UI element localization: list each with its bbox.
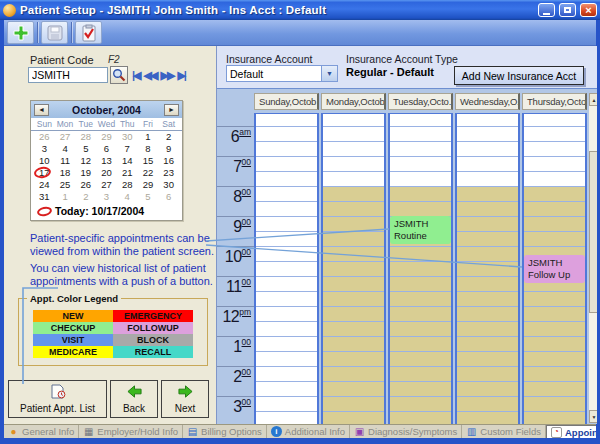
schedule-cell[interactable] bbox=[256, 114, 317, 127]
schedule-cell[interactable] bbox=[457, 337, 518, 352]
schedule-cell[interactable] bbox=[323, 367, 384, 382]
calendar-day[interactable]: 6 bbox=[96, 143, 117, 155]
schedule-cell[interactable] bbox=[457, 172, 518, 187]
calendar-day[interactable]: 31 bbox=[34, 191, 55, 203]
schedule-cell[interactable] bbox=[323, 352, 384, 367]
schedule-cell[interactable] bbox=[524, 367, 585, 382]
tab-custom-fields[interactable]: ▥Custom Fields bbox=[462, 425, 546, 438]
schedule-cell[interactable] bbox=[457, 217, 518, 232]
calendar-day[interactable]: 6 bbox=[158, 191, 179, 203]
calendar-day[interactable]: 8 bbox=[138, 143, 159, 155]
tab-additional-info[interactable]: iAdditional Info bbox=[267, 425, 350, 438]
dropdown-arrow-icon[interactable]: ▼ bbox=[321, 66, 337, 81]
schedule-cell[interactable] bbox=[323, 397, 384, 412]
schedule-cell[interactable] bbox=[323, 157, 384, 172]
schedule-cell[interactable] bbox=[390, 292, 451, 307]
schedule-cell[interactable] bbox=[524, 202, 585, 217]
calendar-day[interactable]: 14 bbox=[117, 155, 138, 167]
tab-appointments[interactable]: ◔Appointments bbox=[546, 425, 596, 438]
schedule-cell[interactable] bbox=[524, 292, 585, 307]
tab-general-info[interactable]: ●General Info bbox=[4, 425, 79, 438]
schedule-cell[interactable] bbox=[256, 202, 317, 217]
schedule-cell[interactable] bbox=[524, 217, 585, 232]
schedule-cell[interactable] bbox=[524, 127, 585, 142]
schedule-cell[interactable] bbox=[256, 232, 317, 247]
calendar-day[interactable]: 27 bbox=[96, 179, 117, 191]
schedule-cell[interactable] bbox=[390, 127, 451, 142]
calendar-day[interactable]: 23 bbox=[158, 167, 179, 179]
schedule-cell[interactable] bbox=[457, 397, 518, 412]
calendar-day[interactable]: 3 bbox=[96, 191, 117, 203]
schedule-cell[interactable] bbox=[390, 367, 451, 382]
schedule-cell[interactable] bbox=[457, 202, 518, 217]
insurance-account-select[interactable]: Default ▼ bbox=[226, 65, 338, 82]
schedule-cell[interactable] bbox=[323, 127, 384, 142]
schedule-cell[interactable] bbox=[524, 397, 585, 412]
back-button[interactable]: Back bbox=[110, 380, 158, 418]
calendar-day[interactable]: 4 bbox=[55, 143, 76, 155]
schedule-cell[interactable] bbox=[390, 307, 451, 322]
calendar-day[interactable]: 20 bbox=[96, 167, 117, 179]
nav-next-icon[interactable]: ▶▶ bbox=[160, 70, 173, 81]
schedule-scrollbar[interactable]: ▲ ▼ bbox=[589, 93, 597, 423]
calendar-day[interactable]: 5 bbox=[138, 191, 159, 203]
calendar-day[interactable]: 15 bbox=[138, 155, 159, 167]
appointment[interactable]: JSMITHRoutine Visit bbox=[390, 216, 451, 244]
schedule-cell[interactable] bbox=[457, 412, 518, 424]
schedule-cell[interactable] bbox=[390, 397, 451, 412]
schedule-cell[interactable] bbox=[256, 127, 317, 142]
schedule-cell[interactable] bbox=[256, 172, 317, 187]
schedule-cell[interactable] bbox=[390, 114, 451, 127]
schedule-cell[interactable] bbox=[323, 247, 384, 262]
tab-billing-options[interactable]: ▤Billing Options bbox=[183, 425, 267, 438]
calendar-day[interactable]: 26 bbox=[75, 179, 96, 191]
calendar-day[interactable]: 5 bbox=[75, 143, 96, 155]
schedule-cell[interactable] bbox=[323, 142, 384, 157]
schedule-cell[interactable] bbox=[524, 412, 585, 424]
scroll-down-icon[interactable]: ▼ bbox=[589, 410, 597, 423]
schedule-cell[interactable] bbox=[390, 352, 451, 367]
schedule-cell[interactable] bbox=[256, 337, 317, 352]
schedule-cell[interactable] bbox=[457, 187, 518, 202]
calendar-day[interactable]: 25 bbox=[55, 179, 76, 191]
calendar-day[interactable]: 4 bbox=[117, 191, 138, 203]
next-button[interactable]: Next bbox=[161, 380, 209, 418]
calendar-day[interactable]: 10 bbox=[34, 155, 55, 167]
calendar-day[interactable]: 12 bbox=[75, 155, 96, 167]
schedule-cell[interactable] bbox=[524, 307, 585, 322]
schedule-cell[interactable] bbox=[457, 277, 518, 292]
schedule-cell[interactable] bbox=[256, 412, 317, 424]
schedule-cell[interactable] bbox=[524, 142, 585, 157]
add-patient-button[interactable] bbox=[7, 21, 34, 44]
calendar-day[interactable]: 7 bbox=[117, 143, 138, 155]
calendar-day[interactable]: 3 bbox=[34, 143, 55, 155]
patient-appt-list-button[interactable]: Patient Appt. List bbox=[8, 380, 107, 418]
calendar-day[interactable]: 28 bbox=[75, 131, 96, 143]
schedule-cell[interactable] bbox=[323, 187, 384, 202]
calendar-day[interactable]: 26 bbox=[34, 131, 55, 143]
calendar-day[interactable]: 2 bbox=[158, 131, 179, 143]
patient-code-input[interactable] bbox=[28, 67, 108, 83]
schedule-cell[interactable] bbox=[323, 292, 384, 307]
schedule-cell[interactable] bbox=[457, 292, 518, 307]
close-button[interactable]: × bbox=[580, 3, 597, 17]
schedule-cell[interactable] bbox=[457, 142, 518, 157]
calendar-day[interactable]: 29 bbox=[138, 179, 159, 191]
minimize-button[interactable] bbox=[538, 3, 555, 17]
calendar-day[interactable]: 1 bbox=[55, 191, 76, 203]
schedule-cell[interactable] bbox=[256, 397, 317, 412]
calendar-day[interactable]: 18 bbox=[55, 167, 76, 179]
schedule-cell[interactable] bbox=[390, 142, 451, 157]
nav-prev-icon[interactable]: ◀◀ bbox=[144, 70, 157, 81]
schedule-cell[interactable] bbox=[256, 187, 317, 202]
calendar-day[interactable]: 13 bbox=[96, 155, 117, 167]
schedule-cell[interactable] bbox=[323, 172, 384, 187]
schedule-cell[interactable] bbox=[323, 337, 384, 352]
schedule-cell[interactable] bbox=[323, 307, 384, 322]
calendar-prev-button[interactable]: ◄ bbox=[34, 104, 49, 116]
schedule-cell[interactable] bbox=[256, 217, 317, 232]
schedule-cell[interactable] bbox=[524, 232, 585, 247]
schedule-cell[interactable] bbox=[256, 382, 317, 397]
calendar-day[interactable]: 9 bbox=[158, 143, 179, 155]
add-new-insurance-acct-button[interactable]: Add New Insurance Acct bbox=[454, 66, 584, 85]
